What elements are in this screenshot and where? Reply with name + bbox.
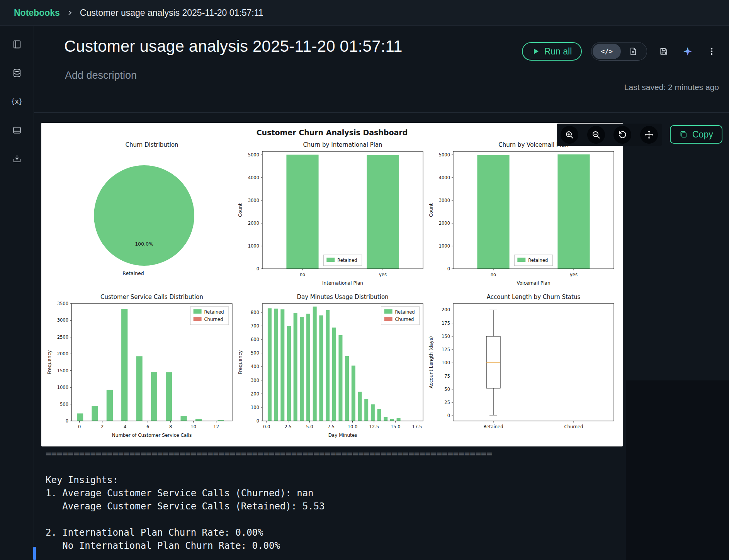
- svg-text:Retained: Retained: [528, 258, 548, 263]
- copy-label: Copy: [692, 129, 713, 140]
- svg-text:1000: 1000: [57, 385, 68, 390]
- subplot-grid: Churn Distribution100.0%RetainedChurn by…: [44, 139, 617, 443]
- svg-text:Customer Service Calls Distrib: Customer Service Calls Distribution: [100, 294, 203, 300]
- svg-text:1000: 1000: [248, 243, 259, 249]
- more-options-button[interactable]: [704, 44, 719, 59]
- svg-text:4000: 4000: [248, 175, 259, 180]
- svg-text:200: 200: [251, 391, 259, 397]
- svg-text:2: 2: [101, 424, 104, 429]
- database-icon: [12, 68, 22, 78]
- svg-text:12: 12: [213, 424, 219, 429]
- svg-text:0: 0: [447, 413, 450, 418]
- svg-text:no: no: [491, 272, 496, 277]
- last-saved-status: Last saved: 2 minutes ago: [624, 83, 719, 92]
- subplot-day-minutes-usage-distribution: Day Minutes Usage Distribution0.02.55.07…: [235, 291, 426, 443]
- sidebar-item-cells[interactable]: [9, 122, 25, 138]
- breadcrumb-current: Customer usage analysis 2025-11-20 01:57…: [80, 8, 263, 18]
- svg-text:no: no: [300, 272, 305, 277]
- svg-text:700: 700: [251, 323, 259, 329]
- svg-text:25: 25: [444, 400, 450, 405]
- svg-text:1500: 1500: [57, 368, 68, 373]
- ai-assistant-button[interactable]: [680, 44, 695, 59]
- svg-text:100.0%: 100.0%: [135, 241, 153, 247]
- svg-text:Number of Customer Service Cal: Number of Customer Service Calls: [112, 433, 192, 438]
- document-view-button[interactable]: [621, 44, 646, 59]
- copy-icon: [679, 130, 688, 139]
- svg-text:Churn by International Plan: Churn by International Plan: [303, 141, 382, 148]
- reset-view-button[interactable]: [613, 126, 631, 144]
- svg-text:3000: 3000: [439, 198, 450, 203]
- code-view-button[interactable]: </>: [593, 44, 621, 59]
- breadcrumb-notebooks-link[interactable]: Notebooks: [14, 8, 60, 18]
- svg-text:Count: Count: [238, 203, 243, 217]
- svg-text:Churned: Churned: [204, 317, 223, 322]
- sidebar-item-notebook[interactable]: [9, 37, 25, 52]
- svg-text:12.5: 12.5: [369, 424, 379, 429]
- cell-output: ========================================…: [46, 447, 492, 552]
- header-divider: [34, 112, 729, 113]
- svg-text:Churned: Churned: [564, 424, 583, 429]
- pan-button[interactable]: [640, 126, 658, 144]
- zoom-in-button[interactable]: [561, 126, 578, 144]
- svg-text:Day Minutes: Day Minutes: [328, 433, 357, 438]
- sidebar-item-data[interactable]: [9, 65, 25, 81]
- svg-text:yes: yes: [379, 272, 387, 277]
- svg-text:2.5: 2.5: [285, 424, 292, 429]
- code-view-icon: </>: [601, 48, 613, 55]
- page-title[interactable]: Customer usage analysis 2025-11-20 01:57…: [64, 37, 403, 56]
- notebook-app: Notebooks Customer usage analysis 2025-1…: [0, 0, 729, 560]
- zoom-out-button[interactable]: [587, 126, 605, 144]
- svg-text:Day Minutes Usage Distribution: Day Minutes Usage Distribution: [297, 294, 388, 300]
- svg-text:Retained: Retained: [395, 309, 415, 315]
- cell-focus-indicator: [33, 547, 36, 560]
- document-icon: [629, 47, 637, 56]
- svg-text:Retained: Retained: [337, 258, 357, 263]
- svg-text:yes: yes: [570, 272, 578, 277]
- run-all-button[interactable]: Run all: [522, 42, 582, 61]
- zoom-in-icon: [565, 130, 574, 139]
- svg-text:Frequency: Frequency: [238, 350, 243, 374]
- svg-text:5000: 5000: [439, 152, 450, 158]
- svg-text:3000: 3000: [57, 317, 68, 323]
- svg-text:200: 200: [442, 307, 450, 312]
- play-icon: [532, 48, 540, 55]
- svg-text:Count: Count: [428, 203, 434, 217]
- svg-text:15.0: 15.0: [391, 424, 401, 429]
- svg-text:0: 0: [447, 266, 450, 272]
- sidebar-item-variables[interactable]: {x}: [9, 94, 25, 109]
- svg-text:0.0: 0.0: [263, 424, 270, 429]
- notebook-icon: [12, 39, 22, 49]
- svg-text:6: 6: [146, 424, 149, 429]
- svg-text:50: 50: [444, 387, 450, 392]
- svg-text:7.5: 7.5: [328, 424, 335, 429]
- breadcrumb: Notebooks Customer usage analysis 2025-1…: [0, 0, 729, 26]
- subplot-churn-by-international-plan: Churn by International Plannoyes01000200…: [235, 139, 426, 290]
- svg-text:3000: 3000: [248, 198, 259, 203]
- reset-view-icon: [618, 130, 627, 139]
- cell-layout-icon: [12, 125, 22, 135]
- svg-text:17.5: 17.5: [412, 424, 422, 429]
- save-button[interactable]: [656, 44, 671, 59]
- copy-output-button[interactable]: Copy: [670, 125, 722, 144]
- kebab-menu-icon: [707, 47, 716, 56]
- subplot-churn-by-voicemail-plan: Churn by Voicemail Plannoyes010002000300…: [426, 139, 617, 290]
- svg-text:150: 150: [442, 334, 450, 339]
- add-description-field[interactable]: Add description: [65, 70, 137, 81]
- subplot-churn-distribution: Churn Distribution100.0%Retained: [44, 139, 235, 290]
- svg-text:5000: 5000: [248, 152, 259, 158]
- svg-text:2000: 2000: [439, 221, 450, 226]
- chevron-right-icon: [67, 10, 73, 16]
- svg-text:4: 4: [124, 424, 126, 429]
- svg-text:International Plan: International Plan: [322, 280, 363, 286]
- sidebar-item-import[interactable]: [9, 151, 25, 166]
- svg-text:500: 500: [251, 350, 259, 356]
- svg-text:0: 0: [78, 424, 81, 429]
- svg-text:175: 175: [442, 321, 450, 326]
- svg-text:500: 500: [60, 402, 68, 407]
- svg-text:8: 8: [169, 424, 172, 429]
- svg-text:0: 0: [66, 418, 68, 424]
- background-panel: [626, 380, 729, 560]
- svg-text:4000: 4000: [439, 175, 450, 180]
- subplot-account-length-by-churn-status: Account Length by Churn StatusRetainedCh…: [426, 291, 617, 443]
- svg-text:10.0: 10.0: [348, 424, 358, 429]
